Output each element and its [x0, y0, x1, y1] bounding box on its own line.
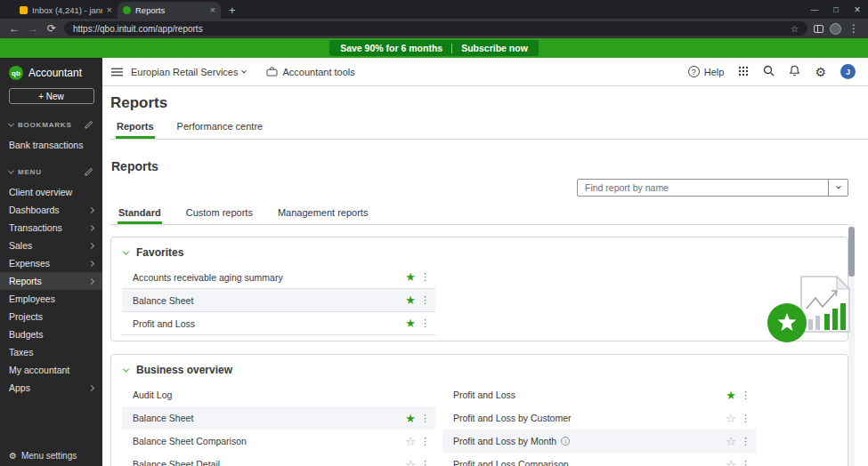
report-row[interactable]: Profit and Loss ★ ⋮	[122, 312, 435, 335]
report-row[interactable]: Balance Sheet ★ ⋮	[122, 406, 435, 430]
bookmarks-section-header[interactable]: BOOKMARKS	[0, 112, 102, 136]
report-link[interactable]: Balance Sheet	[133, 413, 402, 423]
side-panel-icon[interactable]	[814, 25, 823, 33]
sidebar-item-sales[interactable]: Sales	[0, 237, 102, 254]
report-link[interactable]: Balance Sheet	[133, 295, 402, 306]
favorite-star-icon[interactable]: ★	[722, 390, 740, 401]
new-button[interactable]: + New	[9, 88, 94, 104]
report-row[interactable]: Profit and Loss by Customer ☆ ⋮	[442, 406, 756, 430]
tab-close-icon[interactable]: ×	[210, 5, 215, 15]
edit-menu-pencil-icon[interactable]	[85, 164, 93, 180]
row-menu-icon[interactable]: ⋮	[419, 271, 431, 283]
apps-grid-icon[interactable]	[738, 64, 749, 80]
menu-section-header[interactable]: MENU	[0, 159, 102, 183]
sidebar-item-projects[interactable]: Projects	[0, 308, 102, 325]
report-link[interactable]: Profit and Loss	[453, 390, 722, 400]
favorite-star-icon[interactable]: ★	[402, 271, 419, 283]
tab-close-icon[interactable]: ×	[107, 5, 112, 15]
help-button[interactable]: ? Help	[688, 66, 725, 77]
report-link[interactable]: Profit and Loss by Customer	[453, 413, 722, 423]
collapse-chevron-icon[interactable]	[123, 248, 129, 254]
favorite-star-icon[interactable]: ★	[402, 317, 419, 329]
sidebar-item-expenses[interactable]: Expenses	[0, 254, 102, 272]
sidebar-item-budgets[interactable]: Budgets	[0, 325, 102, 343]
favorite-star-icon[interactable]: ☆	[722, 459, 740, 466]
settings-gear-icon[interactable]: ⚙	[815, 66, 826, 78]
refresh-button[interactable]: ⟳	[45, 23, 58, 34]
favorite-star-icon[interactable]: ★	[402, 294, 419, 306]
favorites-header[interactable]: Favorites	[122, 239, 837, 266]
row-menu-icon[interactable]: ⋮	[740, 413, 751, 424]
subtab-standard[interactable]: Standard	[118, 207, 162, 224]
favorite-star-icon[interactable]: ☆	[722, 413, 740, 424]
window-close-button[interactable]: ×	[847, 4, 868, 16]
report-row[interactable]: Accounts receivable aging summary ★ ⋮	[122, 266, 435, 289]
sidebar-item-transactions[interactable]: Transactions	[0, 219, 102, 237]
sidebar-item-my-accountant[interactable]: My accountant	[0, 361, 102, 379]
row-menu-icon[interactable]: ⋮	[740, 459, 751, 466]
sidebar-item-bank-transactions[interactable]: Bank transactions	[0, 136, 102, 154]
back-button[interactable]: ←	[8, 23, 20, 34]
sidebar-item-client-overview[interactable]: Client overview	[0, 183, 102, 201]
browser-tab-inbox[interactable]: Inbox (4,241) - janmaebacang... ×	[14, 2, 118, 19]
minimize-button[interactable]: —	[804, 5, 825, 14]
notifications-bell-icon[interactable]	[789, 64, 800, 80]
favorite-star-icon[interactable]: ★	[402, 413, 419, 424]
report-row[interactable]: Profit and Loss by Month i ☆ ⋮	[442, 430, 756, 453]
report-row[interactable]: Balance Sheet Detail ☆ ⋮	[122, 453, 435, 466]
row-menu-icon[interactable]: ⋮	[419, 317, 431, 329]
report-link[interactable]: Accounts receivable aging summary	[133, 272, 402, 283]
report-link[interactable]: Audit Log	[133, 390, 431, 400]
report-row[interactable]: Balance Sheet Comparison ☆ ⋮	[122, 430, 435, 453]
business-overview-header[interactable]: Business overview	[122, 357, 837, 383]
edit-bookmarks-pencil-icon[interactable]	[85, 116, 93, 133]
subtab-management-reports[interactable]: Management reports	[277, 207, 369, 224]
favorite-star-icon[interactable]: ☆	[722, 436, 740, 447]
bookmark-star-icon[interactable]: ☆	[791, 24, 799, 34]
row-menu-icon[interactable]: ⋮	[740, 436, 751, 447]
menu-settings-button[interactable]: ⚙ Menu settings	[9, 451, 77, 461]
collapse-menu-icon[interactable]	[111, 64, 123, 80]
report-link[interactable]: Profit and Loss by Month i	[453, 436, 722, 446]
sidebar-item-reports[interactable]: Reports	[0, 272, 102, 290]
forward-button[interactable]: →	[27, 23, 39, 34]
user-avatar[interactable]: J	[840, 64, 856, 79]
subtab-custom-reports[interactable]: Custom reports	[185, 207, 254, 224]
sidebar-item-taxes[interactable]: Taxes	[0, 343, 102, 361]
accountant-tools-button[interactable]: Accountant tools	[266, 67, 354, 77]
row-menu-icon[interactable]: ⋮	[740, 390, 751, 401]
url-text[interactable]: https://qbo.intuit.com/app/reports	[73, 24, 785, 34]
favorite-star-icon[interactable]: ☆	[402, 436, 419, 447]
info-icon[interactable]: i	[561, 437, 570, 446]
report-row[interactable]: Profit and Loss Comparison ☆ ⋮	[442, 453, 756, 466]
maximize-button[interactable]: □	[825, 5, 847, 14]
url-bar[interactable]: https://qbo.intuit.com/app/reports ☆	[64, 21, 807, 36]
search-icon[interactable]	[763, 64, 775, 80]
new-tab-button[interactable]: +	[229, 4, 236, 16]
browser-menu-icon[interactable]: ⋮	[848, 23, 860, 34]
browser-profile-icon[interactable]	[830, 23, 841, 35]
report-row[interactable]: Audit Log	[122, 383, 435, 406]
report-link[interactable]: Balance Sheet Comparison	[133, 436, 402, 446]
tab-performance-centre[interactable]: Performance centre	[176, 121, 264, 139]
report-row[interactable]: Balance Sheet ★ ⋮	[122, 289, 435, 312]
sidebar-item-dashboards[interactable]: Dashboards	[0, 201, 102, 219]
scrollbar-thumb[interactable]	[848, 227, 855, 277]
row-menu-icon[interactable]: ⋮	[419, 294, 431, 306]
sidebar-item-apps[interactable]: Apps	[0, 379, 102, 397]
row-menu-icon[interactable]: ⋮	[419, 413, 431, 424]
dropdown-button[interactable]	[828, 180, 848, 196]
favorite-star-icon[interactable]: ☆	[402, 459, 419, 466]
collapse-chevron-icon[interactable]	[123, 366, 129, 372]
row-menu-icon[interactable]: ⋮	[419, 436, 431, 447]
browser-tab-reports[interactable]: Reports ×	[118, 2, 221, 19]
row-menu-icon[interactable]: ⋮	[419, 459, 431, 466]
tab-reports[interactable]: Reports	[116, 121, 155, 139]
company-selector[interactable]: Europian Retail Services	[131, 67, 246, 77]
subscribe-now-link[interactable]: Subscribe now	[461, 43, 528, 53]
report-row[interactable]: Profit and Loss ★ ⋮	[442, 383, 756, 406]
find-report-select[interactable]: Find report by name	[577, 179, 848, 197]
sidebar-item-employees[interactable]: Employees	[0, 290, 102, 308]
report-link[interactable]: Balance Sheet Detail	[133, 459, 402, 466]
report-link[interactable]: Profit and Loss Comparison	[453, 459, 722, 466]
